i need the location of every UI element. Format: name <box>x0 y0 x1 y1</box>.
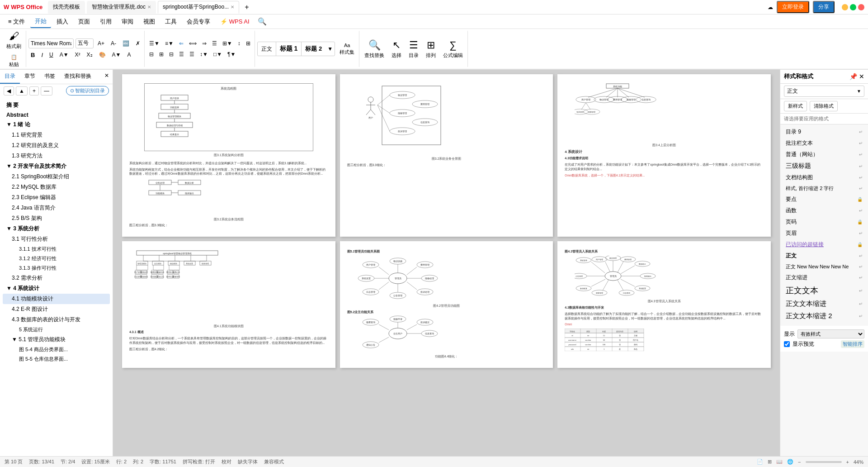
login-button[interactable]: 立即登录 <box>777 1 809 13</box>
smart-toc-button[interactable]: ⊙ 智能识别目录 <box>66 86 109 95</box>
align-justify2[interactable]: ⊟ <box>147 50 156 59</box>
menu-view[interactable]: 视图 <box>139 16 160 28</box>
style-item-zhengwen-new[interactable]: 正文 New New New New Ne ↵ <box>782 262 866 272</box>
font-shrink-button[interactable]: A- <box>108 39 118 48</box>
font-name-input[interactable] <box>28 38 74 48</box>
menu-review[interactable]: 审阅 <box>117 16 138 28</box>
style-item-wendangjiegou[interactable]: 文档结构图 ↵ <box>782 172 866 183</box>
nav-remove-button[interactable]: — <box>41 86 52 95</box>
border-button[interactable]: □▼ <box>211 50 224 59</box>
menu-file[interactable]: ≡ 文件 <box>4 16 29 28</box>
tab-find[interactable]: 查找和替换 <box>60 70 96 84</box>
toc-item-3-2[interactable]: 3.2 需求分析 <box>3 273 110 283</box>
indent-right[interactable]: ⊟ <box>167 50 176 59</box>
style-item-yemei[interactable]: 页眉 ↵ <box>782 228 866 239</box>
align-left-button[interactable]: ⇐ <box>177 39 186 48</box>
toc-item-2-2[interactable]: 2.2 MySQL 数据库 <box>3 182 110 192</box>
style-item-hanshu[interactable]: 函数 ↵ <box>782 205 866 216</box>
subscript-button[interactable]: X₂ <box>85 50 95 59</box>
style-panel-button[interactable]: Aa 样式集 <box>337 41 357 57</box>
style-item-zhengwen-wenben-suojin[interactable]: 正文文本缩进 ↵ <box>782 298 866 310</box>
toc-item-ch1[interactable]: ▼ 1 绪 论 <box>3 119 110 130</box>
style-title1[interactable]: 标题 1 <box>276 44 302 54</box>
style-item-mulu9[interactable]: 目录 9 ↵ <box>782 126 866 138</box>
font-color-picker[interactable]: A▼ <box>57 50 71 59</box>
current-style-display[interactable]: 正文 ▼ <box>780 84 868 99</box>
toc-item-ch4[interactable]: ▼ 4 系统设计 <box>3 283 110 294</box>
view-read-icon[interactable]: 📖 <box>776 459 783 465</box>
align3[interactable]: ☰ <box>187 50 197 59</box>
toc-item-5-run[interactable]: 5 系统运行 <box>3 325 110 334</box>
toc-item-2-1[interactable]: 2.1 SpringBoot框架介绍 <box>3 172 110 182</box>
tab-wuye-doc[interactable]: 智慧物业管理系统.doc ✕ <box>87 1 156 14</box>
menu-reference[interactable]: 引用 <box>95 16 116 28</box>
share-button[interactable]: 分享 <box>813 1 835 13</box>
maximize-button[interactable] <box>850 4 856 10</box>
smart-sort-button[interactable]: 智能排序 <box>841 340 864 348</box>
toc-item-1-2[interactable]: 1.2 研究目的及意义 <box>3 140 110 151</box>
tab-toc[interactable]: 目录 <box>0 70 20 84</box>
zoom-in-button[interactable]: + <box>846 459 849 465</box>
menu-insert[interactable]: 插入 <box>52 16 73 28</box>
toc-item-ch2[interactable]: ▼ 2 开发平台及技术简介 <box>3 161 110 172</box>
spacing-button[interactable]: ↕ <box>236 39 243 48</box>
toc-item-fig-5-4[interactable]: 图 5-4 商品分类界面... <box>3 345 110 354</box>
style-item-yaodian[interactable]: 要点 🔒 <box>782 194 866 205</box>
view-web-icon[interactable]: 🌐 <box>787 459 793 465</box>
sort-button[interactable]: ⊞ 排列 <box>423 38 439 61</box>
close-panel-icon[interactable]: ✕ <box>859 73 864 80</box>
close-panel-button[interactable]: ✕ <box>101 70 113 84</box>
select-button[interactable]: ↖ 选择 <box>389 38 404 61</box>
italic-button[interactable]: I <box>39 50 45 60</box>
toc-item-2-5[interactable]: 2.5 B/S 架构 <box>3 213 110 224</box>
tab-bookmark[interactable]: 书签 <box>40 70 60 84</box>
toc-item-2-4[interactable]: 2.4 Java 语言简介 <box>3 203 110 213</box>
toc-item-3-1[interactable]: 3.1 可行性分析 <box>3 234 110 244</box>
style-item-putong[interactable]: 普通（网站） ↵ <box>782 149 866 160</box>
toc-item-abstract[interactable]: 摘 要 <box>3 100 110 110</box>
style-item-yema[interactable]: 页码 🔒 <box>782 216 866 228</box>
style-item-zhengwen-wenben-suojin2[interactable]: 正文文本缩进 2 ↵ <box>782 310 866 322</box>
font-size-input[interactable] <box>75 38 94 48</box>
style-item-sanjibiaoti[interactable]: 三级标题 ↵ <box>782 160 866 172</box>
new-style-button[interactable]: 新样式 <box>784 101 807 111</box>
toc-item-abstract-en[interactable]: Abstract <box>3 110 110 119</box>
toc-item-fig-5-5[interactable]: 图 5-5 仓库信息界面... <box>3 354 110 364</box>
toc-item-3-1-2[interactable]: 3.1.2 经济可行性 <box>3 254 110 263</box>
style-item-zhengwen[interactable]: 正文 ↵ <box>782 250 866 262</box>
view-layout-icon[interactable]: ⊞ <box>768 459 772 465</box>
style-dropdown[interactable]: 正文 ▼ <box>784 86 864 97</box>
close-window-button[interactable] <box>858 4 864 10</box>
display-style-select[interactable]: 有效样式 所有样式 <box>797 329 864 338</box>
search-icon[interactable]: 🔍 <box>258 17 267 26</box>
font-grow-button[interactable]: A+ <box>95 39 107 48</box>
bold-button[interactable]: B <box>28 50 37 60</box>
menu-tools[interactable]: 工具 <box>160 16 181 28</box>
toc-item-4-1[interactable]: 4.1 功能模块设计 <box>3 294 110 304</box>
toc-item-1-3[interactable]: 1.3 研究方法 <box>3 151 110 161</box>
menu-wps-ai[interactable]: ⚡ WPS AI <box>216 16 254 27</box>
style-title2[interactable]: 标题 2 <box>302 44 326 54</box>
close-icon[interactable]: ✕ <box>147 5 151 10</box>
find-replace-button[interactable]: 🔍 查找替换 <box>362 38 387 61</box>
highlight-button[interactable]: 🎨 <box>97 50 108 59</box>
indent-button[interactable]: ⊞ <box>244 39 253 48</box>
formula-button[interactable]: ∑ 公式编辑 <box>440 38 466 61</box>
style-item-visited-link[interactable]: 已访问的超链接 🔒 <box>782 239 866 250</box>
minimize-button[interactable] <box>842 4 848 10</box>
menu-page[interactable]: 页面 <box>74 16 94 28</box>
menu-start[interactable]: 开始 <box>30 15 51 28</box>
toc-item-ch3[interactable]: ▼ 3 系统分析 <box>3 224 110 234</box>
view-normal-icon[interactable]: 📄 <box>757 459 763 465</box>
add-tab-button[interactable]: + <box>241 2 252 12</box>
clear-style-button[interactable]: 清除格式 <box>810 101 838 111</box>
toc-item-3-1-1[interactable]: 3.1.1 技术可行性 <box>3 244 110 254</box>
nav-left-button[interactable]: ◀ <box>4 86 14 95</box>
pin-icon[interactable]: 📌 <box>849 73 857 80</box>
clear-format-button[interactable]: ✗ <box>133 39 142 48</box>
justify-button[interactable]: ☰ <box>210 39 219 48</box>
close-icon[interactable]: ✕ <box>231 5 234 10</box>
align2[interactable]: ☰ <box>177 50 186 59</box>
superscript-button[interactable]: X² <box>73 50 83 59</box>
tab-chapter[interactable]: 章节 <box>20 70 40 84</box>
